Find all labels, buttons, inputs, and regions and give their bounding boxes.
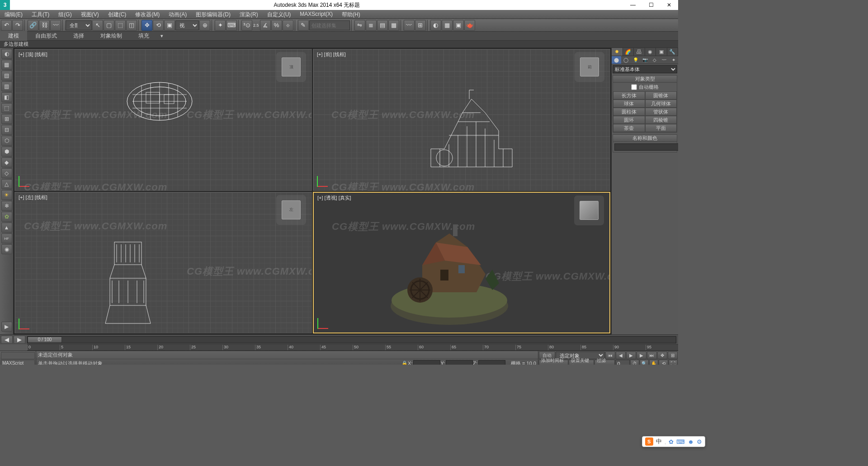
unlink-button[interactable]: ⛓	[39, 20, 50, 31]
time-slider[interactable]: 0 / 100	[27, 336, 676, 343]
goto-end-button[interactable]: ⏭	[647, 352, 657, 359]
rollout-namecolor[interactable]: 名称和颜色	[613, 135, 677, 142]
tab-hierarchy[interactable]: 品	[634, 48, 645, 56]
ribbon-tab-freeform[interactable]: 自由形式	[27, 31, 65, 41]
primitive-category[interactable]: 标准基本体	[613, 65, 677, 73]
menu-maxscript[interactable]: MAXScript(X)	[295, 10, 337, 19]
keyboard-shortcut-button[interactable]: ⌨	[226, 20, 237, 31]
sub-lights[interactable]: 💡	[631, 56, 640, 64]
sub-shapes[interactable]: ◯	[621, 56, 631, 64]
next-frame-button[interactable]: ▶	[637, 352, 646, 359]
select-by-name-button[interactable]: ▢	[104, 20, 114, 31]
time-tag-button[interactable]: 添加时间标记	[539, 360, 568, 365]
render-setup-button[interactable]: ▦	[442, 20, 453, 31]
material-editor-button[interactable]: ◐	[430, 20, 441, 31]
maxscript-mini-listener[interactable]: MAXScript	[1, 360, 35, 365]
obj-sphere[interactable]: 球体	[613, 100, 645, 108]
use-pivot-button[interactable]: ⊕	[199, 20, 210, 31]
menu-create[interactable]: 创建(C)	[104, 10, 131, 19]
time-config-button[interactable]: ⏱	[630, 360, 639, 365]
pan-button[interactable]: ✋	[649, 360, 658, 365]
prev-frame-button[interactable]: ◀	[616, 352, 626, 359]
menu-animation[interactable]: 动画(A)	[164, 10, 191, 19]
named-selection-input[interactable]	[309, 20, 350, 30]
snap-toggle-3-button[interactable]: ³⊙	[241, 20, 252, 31]
viewport-nav-1[interactable]: ✥	[657, 352, 667, 359]
ltool-0[interactable]: ◐	[1, 49, 12, 59]
ltool-5[interactable]: ⬚	[1, 103, 12, 113]
ltool-7[interactable]: ⊟	[1, 125, 12, 135]
maximize-vp-button[interactable]: ⛶	[669, 360, 678, 365]
obj-teapot[interactable]: 茶壶	[613, 124, 645, 132]
sub-cameras[interactable]: 📷	[640, 56, 650, 64]
viewport-left[interactable]: [+] [左] [线框] 左 CG模型王 www.CGMXW.com CG模型王…	[14, 192, 312, 334]
tab-modify[interactable]: 🌈	[623, 48, 634, 56]
mirror-button[interactable]: ⇋	[354, 20, 365, 31]
menu-rendering[interactable]: 渲染(R)	[235, 10, 263, 19]
ltool-14[interactable]: ❄	[1, 201, 12, 211]
menu-edit[interactable]: 编辑(E)	[0, 10, 27, 19]
coord-x-input[interactable]	[413, 360, 440, 365]
ltool-11[interactable]: ◇	[1, 168, 12, 178]
ltool-4[interactable]: ◧	[1, 92, 12, 102]
next-key-button[interactable]: ▶	[14, 336, 25, 344]
ribbon-tab-selection[interactable]: 选择	[65, 31, 92, 41]
close-button[interactable]: ✕	[660, 0, 678, 10]
keyfilter-button[interactable]: 过滤器...	[594, 360, 615, 365]
window-crossing-button[interactable]: ◫	[126, 20, 137, 31]
menu-help[interactable]: 帮助(H)	[337, 10, 365, 19]
ribbon-collapse-button[interactable]: ▾	[157, 33, 166, 39]
viewcube-top[interactable]: 顶	[282, 57, 301, 76]
obj-cone[interactable]: 圆锥体	[645, 91, 677, 100]
ltool-17[interactable]: HF	[1, 233, 12, 243]
orbit-button[interactable]: ⟲	[659, 360, 668, 365]
ribbon-tab-objectpaint[interactable]: 对象绘制	[92, 31, 130, 41]
obj-tube[interactable]: 管状体	[645, 108, 677, 116]
ltool-16[interactable]: ▲	[1, 223, 12, 233]
menu-grapheditors[interactable]: 图形编辑器(D)	[191, 10, 235, 19]
viewcube-left[interactable]: 左	[282, 200, 301, 219]
ltool-3[interactable]: ▥	[1, 81, 12, 91]
object-name-input[interactable]	[614, 143, 678, 151]
ltool-12[interactable]: △	[1, 179, 12, 189]
menu-tools[interactable]: 工具(T)	[27, 10, 54, 19]
obj-plane[interactable]: 平面	[645, 124, 677, 132]
time-ruler[interactable]: 0510152025303540455055606570758085909510…	[27, 344, 678, 351]
viewport-front[interactable]: [+] [前] [线框] 前 CG模型王 www.CGMXW.com CG模型王…	[313, 49, 610, 191]
ref-coord-system[interactable]: 视图	[175, 20, 199, 30]
ltool-9[interactable]: ⬢	[1, 147, 12, 157]
schematic-view-button[interactable]: ⊞	[415, 20, 426, 31]
percent-snap-button[interactable]: %	[271, 20, 282, 31]
maximize-button[interactable]: ☐	[642, 0, 660, 10]
ribbon-tab-populate[interactable]: 填充	[130, 31, 157, 41]
ltool-15[interactable]: ✿	[1, 212, 12, 222]
ltool-2[interactable]: ▤	[1, 71, 12, 81]
ltool-1[interactable]: ▦	[1, 60, 12, 70]
angle-snap-button[interactable]: ∡	[260, 20, 271, 31]
play-button[interactable]: ▶	[626, 352, 636, 359]
ltool-8[interactable]: ⬡	[1, 136, 12, 146]
ltool-6[interactable]: ⊞	[1, 114, 12, 124]
rotate-button[interactable]: ⟲	[153, 20, 164, 31]
minimize-button[interactable]: —	[624, 0, 642, 10]
viewport-top[interactable]: [+] [顶] [线框] 顶 CG模型王 www.CGMXW.com CG模型王…	[14, 49, 312, 191]
obj-geosphere[interactable]: 几何球体	[645, 100, 677, 108]
select-manipulate-button[interactable]: ✦	[215, 20, 226, 31]
sub-helpers[interactable]: ◇	[650, 56, 659, 64]
spinner-snap-button[interactable]: ⟐	[283, 20, 293, 31]
ltool-10[interactable]: ◆	[1, 157, 12, 167]
tab-utilities[interactable]: 🔧	[667, 48, 679, 56]
ltool-play[interactable]: ▶	[1, 322, 12, 332]
select-object-button[interactable]: ↖	[92, 20, 103, 31]
rendered-frame-button[interactable]: ▣	[453, 20, 464, 31]
ltool-13[interactable]: ☀	[1, 190, 12, 200]
lock-icon[interactable]: 🔒	[401, 361, 408, 365]
time-handle[interactable]: 0 / 100	[28, 337, 62, 343]
viewport-perspective[interactable]: [+] [透视] [真实] CG模型王 www.CGMXW.com CG模型王 …	[313, 192, 610, 334]
rollout-objecttype[interactable]: 对象类型	[613, 76, 677, 83]
bind-spacewarp-button[interactable]: 〰	[50, 20, 61, 31]
ltool-18[interactable]: ◉	[1, 244, 12, 254]
ribbon-toggle-button[interactable]: ▦	[388, 20, 399, 31]
layer-manager-button[interactable]: ▤	[377, 20, 388, 31]
select-region-button[interactable]: ⬚	[115, 20, 126, 31]
